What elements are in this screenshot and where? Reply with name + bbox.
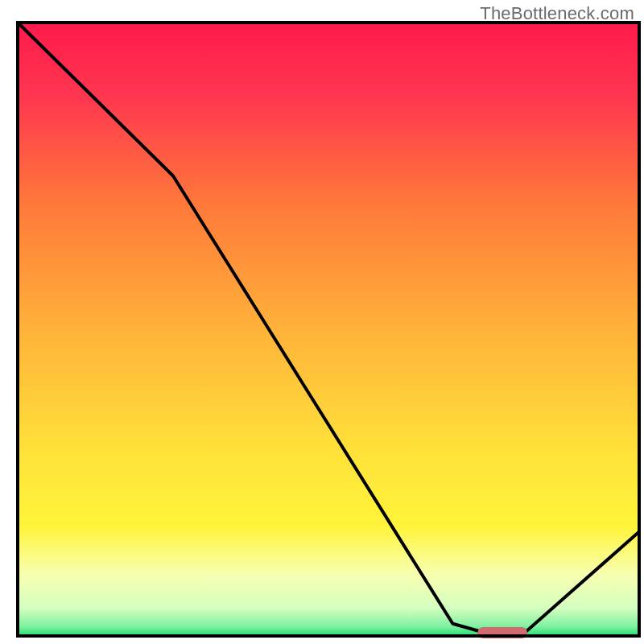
bottleneck-chart [0,0,644,644]
watermark-text: TheBottleneck.com [480,3,634,24]
chart-container: TheBottleneck.com [0,0,644,644]
